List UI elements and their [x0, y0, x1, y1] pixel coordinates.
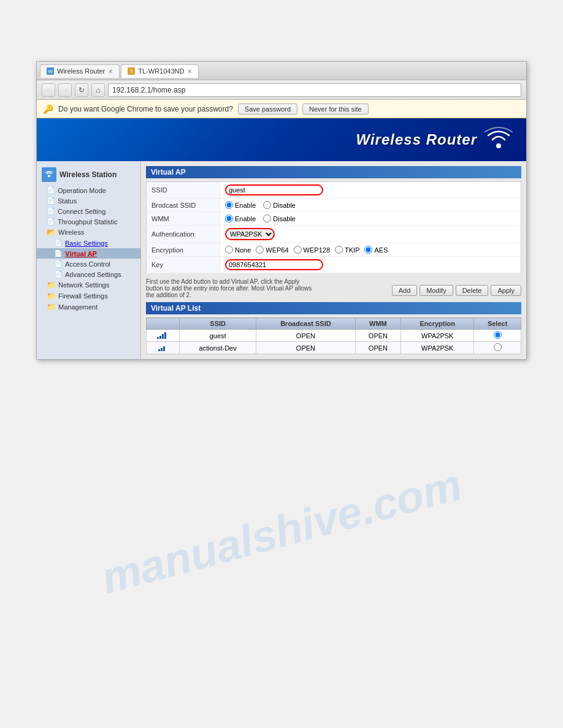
- page-icon-4: 📄: [47, 218, 55, 226]
- wmm-enable-label[interactable]: Enable: [225, 214, 256, 222]
- sidebar-label-firewall: Firewall Settings: [58, 292, 108, 300]
- enc-wep128-text: WEP128: [304, 246, 330, 254]
- enc-wep128-label[interactable]: WEP128: [294, 246, 330, 254]
- sidebar-item-firewall[interactable]: 📁 Firewall Settings: [37, 290, 140, 301]
- enc-tkip-radio[interactable]: [335, 246, 343, 254]
- key-label: Key: [147, 257, 220, 273]
- row2-select-radio[interactable]: [494, 343, 502, 351]
- sidebar-item-advanced[interactable]: 📄 Advanced Settings: [37, 269, 140, 279]
- enc-none-radio[interactable]: [225, 246, 233, 254]
- enc-wep64-text: WEP64: [266, 246, 288, 254]
- sidebar-item-network[interactable]: 📁 Network Settings: [37, 279, 140, 290]
- sidebar-label-wireless: Wireless: [58, 229, 84, 236]
- broadcast-disable-label[interactable]: Disable: [263, 201, 296, 209]
- page-icon-5: 📄: [54, 239, 63, 247]
- password-prompt-text: Do you want Google Chrome to save your p…: [58, 105, 233, 113]
- sidebar-item-wireless[interactable]: 📂 Wireless: [37, 227, 140, 238]
- key-input[interactable]: [225, 259, 323, 270]
- encryption-row: Encryption None WEP64: [147, 243, 521, 257]
- router-wifi-icon: [483, 124, 514, 155]
- broadcast-disable-text: Disable: [273, 202, 296, 209]
- modify-button[interactable]: Modify: [419, 285, 453, 296]
- sidebar-item-management[interactable]: 📁 Management: [37, 301, 140, 313]
- router-header: Wireless Router: [37, 118, 526, 161]
- authentication-row: Authentication WPA2PSK WPA-PSK Open Shar…: [147, 226, 521, 243]
- address-text: 192.168.2.1/home.asp: [112, 86, 185, 94]
- signal-bars-1: [157, 332, 166, 339]
- enc-aes-label[interactable]: AES: [364, 246, 388, 254]
- ssid-input[interactable]: [225, 184, 323, 195]
- key-row: Key: [147, 257, 521, 273]
- sidebar-label-connect: Connect Setting: [58, 208, 105, 215]
- wmm-disable-label[interactable]: Disable: [263, 214, 296, 222]
- delete-button[interactable]: Delete: [456, 285, 489, 296]
- enc-none-label[interactable]: None: [225, 246, 251, 254]
- encryption-label: Encryption: [147, 243, 220, 257]
- row1-ssid: guest: [180, 330, 256, 342]
- back-button[interactable]: ←: [42, 83, 55, 97]
- enc-tkip-label[interactable]: TKIP: [335, 246, 359, 254]
- sidebar-item-access-control[interactable]: 📄 Access Control: [37, 259, 140, 269]
- folder-icon-firewall: 📁: [47, 292, 56, 300]
- forward-button[interactable]: →: [58, 83, 72, 97]
- sidebar-item-status[interactable]: 📄 Status: [37, 195, 140, 206]
- page-icon-1: 📄: [47, 186, 55, 194]
- svg-point-0: [496, 143, 501, 148]
- enc-aes-text: AES: [374, 246, 388, 254]
- row1-select-radio[interactable]: [494, 331, 502, 339]
- apply-button[interactable]: Apply: [491, 285, 521, 296]
- list-item: actionst-Dev OPEN OPEN WPA2PSK: [147, 342, 521, 354]
- wmm-disable-radio[interactable]: [263, 214, 271, 222]
- tab-wireless-router[interactable]: W Wireless Router ✕: [40, 64, 120, 78]
- authentication-label: Authentication: [147, 226, 220, 243]
- tab-label-1: Wireless Router: [57, 67, 105, 75]
- never-save-button[interactable]: Never for this site: [302, 104, 369, 115]
- tab-close-1[interactable]: ✕: [108, 68, 113, 75]
- signal-bars-2: [158, 344, 165, 351]
- row1-broadcast: OPEN: [256, 330, 355, 342]
- sidebar-item-connect-setting[interactable]: 📄 Connect Setting: [37, 206, 140, 216]
- folder-icon-network: 📁: [47, 281, 56, 289]
- sidebar-station-row: Wireless Station: [37, 164, 140, 185]
- add-button[interactable]: Add: [392, 285, 418, 296]
- main-content: Virtual AP SSID Brodcast SSID: [141, 161, 526, 359]
- home-button[interactable]: ⌂: [91, 83, 105, 97]
- sidebar-label-virtual-ap: Virtual AP: [65, 250, 97, 257]
- broadcast-enable-radio[interactable]: [225, 201, 233, 209]
- row2-ssid: actionst-Dev: [180, 342, 256, 354]
- tab-favicon-2: T: [128, 67, 135, 75]
- broadcast-disable-radio[interactable]: [263, 201, 271, 209]
- router-logo: Wireless Router: [356, 124, 514, 155]
- sidebar-item-basic-settings[interactable]: 📄 Basic Settings: [37, 238, 140, 248]
- sidebar-label-network: Network Settings: [58, 281, 109, 289]
- broadcast-enable-label[interactable]: Enable: [225, 201, 256, 209]
- reload-button[interactable]: ↻: [75, 83, 88, 97]
- sidebar-item-throughput[interactable]: 📄 Throughput Statistic: [37, 216, 140, 227]
- col-broadcast: Broadcast SSID: [256, 318, 355, 330]
- sidebar-item-virtual-ap[interactable]: 📄 Virtual AP: [37, 248, 140, 259]
- authentication-select[interactable]: WPA2PSK WPA-PSK Open Shared: [225, 228, 275, 240]
- browser-window: W Wireless Router ✕ T TL-WR1043ND ✕ ← → …: [36, 61, 527, 360]
- address-bar[interactable]: 192.168.2.1/home.asp: [108, 83, 521, 97]
- encryption-group: None WEP64 WEP128: [225, 246, 516, 254]
- list-header-row: SSID Broadcast SSID WMM Encryption Selec…: [147, 318, 521, 330]
- tab-close-2[interactable]: ✕: [187, 68, 192, 75]
- tab-tl-wr1043nd[interactable]: T TL-WR1043ND ✕: [121, 64, 199, 78]
- wmm-enable-text: Enable: [235, 215, 256, 222]
- sidebar-label-operation-mode: Operation Mode: [58, 187, 106, 194]
- folder-icon-management: 📁: [47, 303, 56, 311]
- row1-wmm: OPEN: [355, 330, 401, 342]
- ssid-row: SSID: [147, 182, 521, 199]
- bar3: [162, 334, 164, 339]
- enc-aes-radio[interactable]: [364, 246, 372, 254]
- enc-wep64-label[interactable]: WEP64: [256, 246, 288, 254]
- save-password-button[interactable]: Save password: [238, 104, 297, 115]
- broadcast-ssid-label: Brodcast SSID: [147, 199, 220, 212]
- enc-wep128-radio[interactable]: [294, 246, 302, 254]
- sidebar-item-operation-mode[interactable]: 📄 Operation Mode: [37, 185, 140, 195]
- enc-wep64-radio[interactable]: [256, 246, 264, 254]
- col-ssid: SSID: [180, 318, 256, 330]
- wmm-enable-radio[interactable]: [225, 214, 233, 222]
- row2-wmm: OPEN: [355, 342, 401, 354]
- page-icon-3: 📄: [47, 207, 55, 215]
